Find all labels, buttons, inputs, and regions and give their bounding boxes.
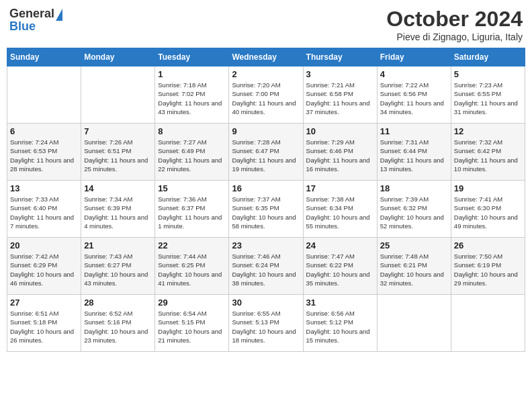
day-number: 27 bbox=[10, 298, 78, 308]
day-info: Sunrise: 7:37 AM Sunset: 6:35 PM Dayligh… bbox=[232, 195, 300, 230]
calendar-cell: 14Sunrise: 7:34 AM Sunset: 6:39 PM Dayli… bbox=[81, 181, 155, 238]
day-info: Sunrise: 7:50 AM Sunset: 6:19 PM Dayligh… bbox=[454, 252, 522, 287]
day-number: 22 bbox=[158, 240, 226, 250]
calendar-cell: 22Sunrise: 7:44 AM Sunset: 6:25 PM Dayli… bbox=[155, 238, 229, 295]
day-info: Sunrise: 7:41 AM Sunset: 6:30 PM Dayligh… bbox=[454, 195, 522, 230]
calendar-cell: 28Sunrise: 6:52 AM Sunset: 5:16 PM Dayli… bbox=[81, 295, 155, 352]
day-number: 29 bbox=[158, 298, 226, 308]
day-number: 10 bbox=[306, 126, 374, 136]
week-row-4: 20Sunrise: 7:42 AM Sunset: 6:29 PM Dayli… bbox=[7, 238, 525, 295]
day-number: 23 bbox=[232, 240, 300, 250]
logo-general: General bbox=[9, 7, 54, 21]
day-number: 11 bbox=[380, 126, 448, 136]
day-number: 7 bbox=[84, 126, 152, 136]
day-number: 13 bbox=[10, 183, 78, 193]
logo-blue: Blue bbox=[9, 19, 36, 34]
calendar-cell: 30Sunrise: 6:55 AM Sunset: 5:13 PM Dayli… bbox=[229, 295, 303, 352]
weekday-header-monday: Monday bbox=[81, 48, 155, 66]
calendar-cell: 2Sunrise: 7:20 AM Sunset: 7:00 PM Daylig… bbox=[229, 66, 303, 124]
day-info: Sunrise: 6:51 AM Sunset: 5:18 PM Dayligh… bbox=[10, 309, 78, 345]
day-info: Sunrise: 7:29 AM Sunset: 6:46 PM Dayligh… bbox=[306, 138, 374, 173]
day-number: 16 bbox=[232, 183, 300, 193]
day-info: Sunrise: 7:22 AM Sunset: 6:56 PM Dayligh… bbox=[380, 81, 448, 116]
day-info: Sunrise: 7:39 AM Sunset: 6:32 PM Dayligh… bbox=[380, 195, 448, 230]
day-number: 31 bbox=[306, 298, 374, 308]
calendar-cell: 18Sunrise: 7:39 AM Sunset: 6:32 PM Dayli… bbox=[377, 181, 451, 238]
calendar-cell: 4Sunrise: 7:22 AM Sunset: 6:56 PM Daylig… bbox=[377, 66, 451, 124]
calendar-table: SundayMondayTuesdayWednesdayThursdayFrid… bbox=[7, 48, 525, 352]
weekday-header-saturday: Saturday bbox=[451, 48, 525, 66]
day-info: Sunrise: 7:34 AM Sunset: 6:39 PM Dayligh… bbox=[84, 195, 152, 230]
day-info: Sunrise: 6:52 AM Sunset: 5:16 PM Dayligh… bbox=[84, 309, 152, 345]
day-info: Sunrise: 7:43 AM Sunset: 6:27 PM Dayligh… bbox=[84, 252, 152, 287]
week-row-1: 1Sunrise: 7:18 AM Sunset: 7:02 PM Daylig… bbox=[7, 66, 525, 124]
calendar-cell: 25Sunrise: 7:48 AM Sunset: 6:21 PM Dayli… bbox=[377, 238, 451, 295]
calendar-cell: 3Sunrise: 7:21 AM Sunset: 6:58 PM Daylig… bbox=[303, 66, 377, 124]
calendar-cell: 15Sunrise: 7:36 AM Sunset: 6:37 PM Dayli… bbox=[155, 181, 229, 238]
day-number: 1 bbox=[158, 69, 226, 79]
day-info: Sunrise: 7:24 AM Sunset: 6:53 PM Dayligh… bbox=[10, 138, 78, 173]
day-info: Sunrise: 6:55 AM Sunset: 5:13 PM Dayligh… bbox=[232, 309, 300, 345]
day-info: Sunrise: 7:38 AM Sunset: 6:34 PM Dayligh… bbox=[306, 195, 374, 230]
calendar-cell: 13Sunrise: 7:33 AM Sunset: 6:40 PM Dayli… bbox=[7, 181, 81, 238]
day-info: Sunrise: 7:36 AM Sunset: 6:37 PM Dayligh… bbox=[158, 195, 226, 230]
calendar-cell: 29Sunrise: 6:54 AM Sunset: 5:15 PM Dayli… bbox=[155, 295, 229, 352]
calendar-cell: 17Sunrise: 7:38 AM Sunset: 6:34 PM Dayli… bbox=[303, 181, 377, 238]
day-info: Sunrise: 7:20 AM Sunset: 7:00 PM Dayligh… bbox=[232, 81, 300, 116]
weekday-header-thursday: Thursday bbox=[303, 48, 377, 66]
day-info: Sunrise: 7:42 AM Sunset: 6:29 PM Dayligh… bbox=[10, 252, 78, 287]
day-number: 21 bbox=[84, 240, 152, 250]
weekday-header-tuesday: Tuesday bbox=[155, 48, 229, 66]
day-number: 17 bbox=[306, 183, 374, 193]
title-area: October 2024 Pieve di Zignago, Liguria, … bbox=[386, 7, 523, 42]
calendar-cell: 5Sunrise: 7:23 AM Sunset: 6:55 PM Daylig… bbox=[451, 66, 525, 124]
week-row-5: 27Sunrise: 6:51 AM Sunset: 5:18 PM Dayli… bbox=[7, 295, 525, 352]
logo-triangle bbox=[56, 9, 62, 21]
day-number: 12 bbox=[454, 126, 522, 136]
day-number: 6 bbox=[10, 126, 78, 136]
day-number: 18 bbox=[380, 183, 448, 193]
day-number: 25 bbox=[380, 240, 448, 250]
day-info: Sunrise: 7:31 AM Sunset: 6:44 PM Dayligh… bbox=[380, 138, 448, 173]
weekday-header-row: SundayMondayTuesdayWednesdayThursdayFrid… bbox=[7, 48, 525, 66]
day-info: Sunrise: 7:44 AM Sunset: 6:25 PM Dayligh… bbox=[158, 252, 226, 287]
calendar-cell: 6Sunrise: 7:24 AM Sunset: 6:53 PM Daylig… bbox=[7, 124, 81, 181]
day-info: Sunrise: 7:48 AM Sunset: 6:21 PM Dayligh… bbox=[380, 252, 448, 287]
day-info: Sunrise: 7:26 AM Sunset: 6:51 PM Dayligh… bbox=[84, 138, 152, 173]
day-info: Sunrise: 7:28 AM Sunset: 6:47 PM Dayligh… bbox=[232, 138, 300, 173]
calendar-cell: 9Sunrise: 7:28 AM Sunset: 6:47 PM Daylig… bbox=[229, 124, 303, 181]
calendar-cell: 19Sunrise: 7:41 AM Sunset: 6:30 PM Dayli… bbox=[451, 181, 525, 238]
day-info: Sunrise: 7:33 AM Sunset: 6:40 PM Dayligh… bbox=[10, 195, 78, 230]
day-number: 5 bbox=[454, 69, 522, 79]
day-info: Sunrise: 6:56 AM Sunset: 5:12 PM Dayligh… bbox=[306, 309, 374, 345]
weekday-header-friday: Friday bbox=[377, 48, 451, 66]
calendar-cell: 1Sunrise: 7:18 AM Sunset: 7:02 PM Daylig… bbox=[155, 66, 229, 124]
day-number: 8 bbox=[158, 126, 226, 136]
location: Pieve di Zignago, Liguria, Italy bbox=[386, 32, 523, 42]
calendar-cell: 12Sunrise: 7:32 AM Sunset: 6:42 PM Dayli… bbox=[451, 124, 525, 181]
day-number: 19 bbox=[454, 183, 522, 193]
calendar-cell: 7Sunrise: 7:26 AM Sunset: 6:51 PM Daylig… bbox=[81, 124, 155, 181]
day-info: Sunrise: 7:18 AM Sunset: 7:02 PM Dayligh… bbox=[158, 81, 226, 116]
calendar-cell: 21Sunrise: 7:43 AM Sunset: 6:27 PM Dayli… bbox=[81, 238, 155, 295]
day-number: 4 bbox=[380, 69, 448, 79]
day-number: 26 bbox=[454, 240, 522, 250]
day-number: 2 bbox=[232, 69, 300, 79]
calendar-cell: 26Sunrise: 7:50 AM Sunset: 6:19 PM Dayli… bbox=[451, 238, 525, 295]
week-row-2: 6Sunrise: 7:24 AM Sunset: 6:53 PM Daylig… bbox=[7, 124, 525, 181]
calendar-cell bbox=[451, 295, 525, 352]
calendar-cell: 8Sunrise: 7:27 AM Sunset: 6:49 PM Daylig… bbox=[155, 124, 229, 181]
calendar-cell bbox=[377, 295, 451, 352]
day-number: 20 bbox=[10, 240, 78, 250]
day-info: Sunrise: 7:47 AM Sunset: 6:22 PM Dayligh… bbox=[306, 252, 374, 287]
weekday-header-sunday: Sunday bbox=[7, 48, 81, 66]
day-number: 14 bbox=[84, 183, 152, 193]
week-row-3: 13Sunrise: 7:33 AM Sunset: 6:40 PM Dayli… bbox=[7, 181, 525, 238]
calendar-cell bbox=[81, 66, 155, 124]
day-info: Sunrise: 7:21 AM Sunset: 6:58 PM Dayligh… bbox=[306, 81, 374, 116]
weekday-header-wednesday: Wednesday bbox=[229, 48, 303, 66]
calendar-cell: 20Sunrise: 7:42 AM Sunset: 6:29 PM Dayli… bbox=[7, 238, 81, 295]
page-header: General Blue October 2024 Pieve di Zigna… bbox=[7, 7, 525, 42]
calendar-cell: 31Sunrise: 6:56 AM Sunset: 5:12 PM Dayli… bbox=[303, 295, 377, 352]
day-number: 28 bbox=[84, 298, 152, 308]
